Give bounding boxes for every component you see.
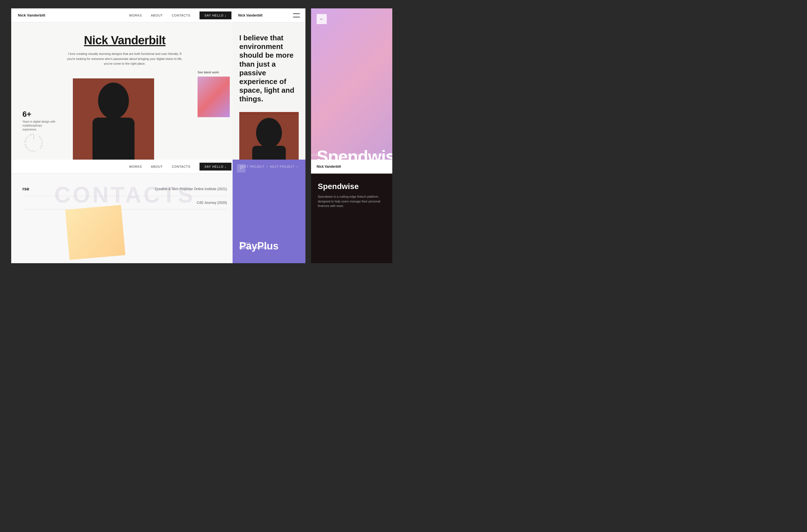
edu-left-1: rse <box>22 187 29 191</box>
svg-point-3 <box>98 82 129 119</box>
nav-works-4[interactable]: WORKS <box>129 165 142 168</box>
panel-4-content: CONTACTS rse Creative & Tech Projector O… <box>11 174 238 263</box>
stat-text: Years in digital design with multidiscip… <box>22 120 56 132</box>
nav-cta-1[interactable]: SAY HELLO ↓ <box>200 12 232 19</box>
panel-5-project: ← NEXT PROJECT • NEXT PROJECT • PayPlus … <box>233 159 306 263</box>
menu-line-1 <box>293 14 300 14</box>
project-desc-6: Spendwise is a cutting-edge fintech plat… <box>318 194 386 208</box>
svg-text:RESUME • RESUME • RESUME • RES: RESUME • RESUME • RESUME • RESUME • <box>22 132 43 152</box>
hero-title: Nick Vanderbilt <box>66 34 184 47</box>
quote-text: I believe that environment should be mor… <box>239 34 299 103</box>
svg-point-7 <box>256 118 282 148</box>
svg-rect-9 <box>264 144 274 150</box>
nav-contacts-4[interactable]: CONTACTS <box>172 165 190 168</box>
hero-image <box>73 78 154 165</box>
panel-2-photo <box>239 112 299 166</box>
navbar-1: Nick Vanderbilt WORKS ABOUT CONTACTS SAY… <box>11 8 238 22</box>
nav-cta-4[interactable]: SAY HELLO ↓ <box>200 163 232 171</box>
panel-6-spendwise: Nick Vanderbilt Spendwise Spendwise is a… <box>311 159 392 263</box>
project-title-6: Spendwise <box>318 182 386 191</box>
hero-text: Nick Vanderbilt I love creating visually… <box>66 34 184 66</box>
svg-rect-4 <box>92 118 134 165</box>
ticker-5: NEXT PROJECT • NEXT PROJECT • <box>233 165 306 168</box>
hero-stats: 6+ Years in digital design with multidis… <box>22 110 56 132</box>
edu-right-2: C4D Journey (2020) <box>197 201 227 205</box>
hero-section: Nick Vanderbilt I love creating visually… <box>11 22 238 165</box>
back-button-3[interactable]: ← <box>317 14 327 24</box>
brand-1: Nick Vanderbilt <box>18 13 45 17</box>
menu-icon[interactable] <box>293 14 300 17</box>
panel-4-education: WORKS ABOUT CONTACTS SAY HELLO ↓ CONTACT… <box>11 159 238 263</box>
navbar-6: Nick Vanderbilt <box>311 159 392 174</box>
person-bg <box>73 78 154 165</box>
nav-works-1[interactable]: WORKS <box>129 14 142 17</box>
panel-6-dark-content: Spendwise Spendwise is a cutting-edge fi… <box>311 174 392 263</box>
svg-rect-5 <box>107 115 121 123</box>
category-value-5: Payment processing <box>239 246 267 249</box>
nav-links-1: WORKS ABOUT CONTACTS SAY HELLO ↓ <box>129 12 232 19</box>
panel-2-about: Nick Vanderbilt I believe that environme… <box>233 8 306 165</box>
contacts-watermark: CONTACTS <box>54 182 195 208</box>
navbar-2: Nick Vanderbilt <box>233 8 306 22</box>
edu-decorative-card <box>65 205 126 260</box>
latest-work-label: See latest work: <box>198 71 230 74</box>
nav-about-4[interactable]: ABOUT <box>151 165 163 168</box>
hero-subtitle: I love creating visually stunning design… <box>66 52 184 66</box>
brand-6: Nick Vanderbilt <box>317 165 341 169</box>
resume-circle[interactable]: RESUME • RESUME • RESUME • RESUME • <box>22 132 45 154</box>
stat-number: 6+ <box>22 110 56 119</box>
navbar-4: WORKS ABOUT CONTACTS SAY HELLO ↓ <box>11 159 238 174</box>
brand-2: Nick Vanderbilt <box>238 14 262 17</box>
category-label-5: Category <box>239 242 267 245</box>
panel-1-portfolio: Nick Vanderbilt WORKS ABOUT CONTACTS SAY… <box>11 8 238 165</box>
gradient-thumbnail[interactable] <box>198 77 230 117</box>
nav-links-4: WORKS ABOUT CONTACTS SAY HELLO ↓ <box>129 163 232 171</box>
nav-contacts-1[interactable]: CONTACTS <box>172 14 190 17</box>
panel-2-content: I believe that environment should be mor… <box>233 22 306 165</box>
panel-3-gradient: ← STARTUP • FINTECH STARTUP • FINTECH • … <box>311 8 392 165</box>
menu-line-2 <box>293 17 300 17</box>
latest-work: See latest work: <box>198 71 230 117</box>
nav-about-1[interactable]: ABOUT <box>151 14 163 17</box>
